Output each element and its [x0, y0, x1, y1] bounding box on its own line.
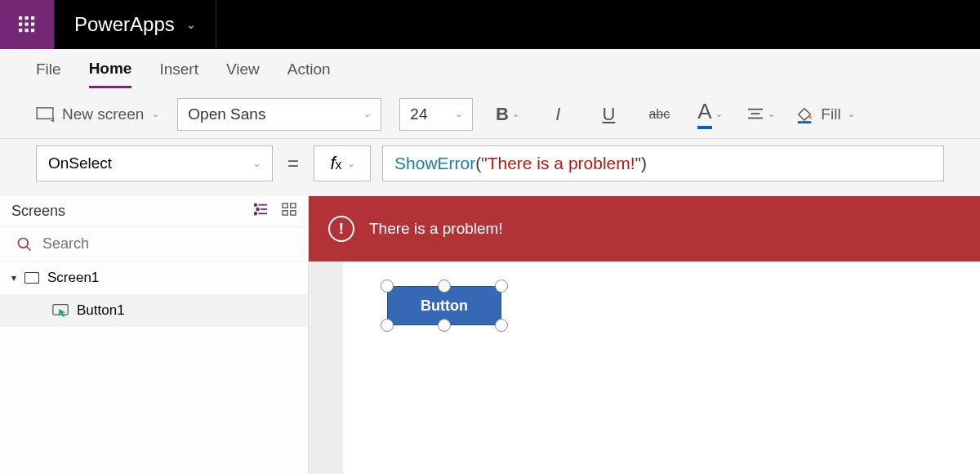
font-size-value: 24: [410, 105, 427, 123]
ribbon: + New screen ⌄ Open Sans ⌄ 24 ⌄ B⌄ I U a…: [0, 90, 980, 139]
formula-open-paren: (: [475, 154, 481, 173]
menu-view[interactable]: View: [226, 52, 260, 87]
svg-rect-4: [25, 23, 29, 26]
canvas-surface[interactable]: Button: [343, 262, 980, 474]
app-title: PowerApps: [74, 13, 175, 36]
menubar: File Home Insert View Action: [0, 49, 980, 90]
svg-rect-8: [31, 29, 34, 32]
svg-rect-2: [31, 16, 34, 20]
chevron-down-icon: ⌄: [715, 109, 723, 119]
svg-point-26: [19, 238, 29, 248]
app-header: PowerApps ⌄: [0, 0, 980, 49]
chevron-down-icon: ⌄: [253, 159, 261, 169]
align-button[interactable]: ⌄: [744, 107, 777, 122]
tree-control-label: Button1: [77, 302, 125, 319]
svg-rect-15: [798, 121, 812, 123]
thumbnail-view-icon[interactable]: [282, 203, 296, 220]
chevron-down-icon: ⌄: [363, 109, 371, 119]
button-control-icon: [52, 303, 69, 318]
menu-insert[interactable]: Insert: [159, 52, 198, 87]
screens-search[interactable]: [0, 227, 308, 262]
formula-bar: OnSelect ⌄ = fx ⌄ ShowError( "There is a…: [0, 139, 980, 196]
tree-screen-label: Screen1: [47, 270, 99, 286]
search-input[interactable]: [42, 235, 292, 253]
workspace: Screens ▾ Screen1 Button1: [0, 196, 980, 474]
italic-button[interactable]: I: [541, 104, 574, 125]
waffle-menu-icon[interactable]: [0, 0, 55, 49]
svg-rect-25: [291, 211, 296, 215]
formula-close-paren: ): [641, 154, 647, 173]
font-color-button[interactable]: A⌄: [693, 99, 726, 129]
svg-rect-1: [25, 16, 29, 20]
fill-bucket-icon: [795, 105, 814, 123]
menu-file[interactable]: File: [36, 52, 61, 87]
formula-input[interactable]: ShowError( "There is a problem!" ): [382, 145, 944, 181]
error-icon: !: [328, 216, 354, 242]
svg-rect-24: [283, 211, 287, 215]
fx-icon: fx: [330, 153, 341, 174]
svg-text:+: +: [51, 114, 54, 121]
formula-string: "There is a problem!": [481, 154, 641, 173]
chevron-down-icon: ⌄: [186, 18, 196, 31]
chevron-down-icon: ⌄: [768, 109, 775, 119]
strikethrough-button[interactable]: abc: [643, 107, 675, 122]
property-value: OnSelect: [48, 154, 112, 172]
resize-handle-tl[interactable]: [381, 279, 394, 293]
underline-button[interactable]: U: [592, 104, 625, 125]
menu-home[interactable]: Home: [89, 51, 132, 88]
svg-rect-23: [291, 203, 296, 208]
chevron-down-icon: ⌄: [455, 109, 462, 119]
align-icon: [746, 107, 764, 122]
screens-title: Screens: [11, 203, 65, 220]
svg-rect-6: [19, 29, 22, 32]
app-title-dropdown[interactable]: PowerApps ⌄: [55, 0, 216, 49]
svg-point-21: [255, 212, 257, 215]
screens-panel-header: Screens: [0, 196, 308, 227]
fill-button[interactable]: Fill ⌄: [795, 105, 854, 123]
resize-handle-bl[interactable]: [381, 319, 394, 332]
canvas-area: ! There is a problem! Button: [309, 196, 980, 474]
svg-rect-22: [283, 203, 287, 208]
tree-control-row[interactable]: Button1: [0, 294, 308, 327]
search-icon: [16, 236, 33, 253]
tree-screen-row[interactable]: ▾ Screen1: [0, 262, 308, 294]
font-family-value: Open Sans: [188, 105, 265, 123]
new-screen-icon: +: [36, 107, 54, 122]
menu-action[interactable]: Action: [287, 52, 331, 87]
equals-sign: =: [284, 152, 302, 175]
resize-handle-br[interactable]: [495, 319, 508, 332]
tree-view-icon[interactable]: [254, 203, 269, 220]
chevron-down-icon: ⌄: [848, 109, 855, 119]
svg-rect-3: [19, 23, 22, 26]
resize-handle-tr[interactable]: [495, 279, 508, 293]
canvas-button-label: Button: [421, 297, 468, 315]
resize-handle-bm[interactable]: [438, 319, 451, 332]
chevron-down-icon: ⌄: [152, 109, 159, 119]
svg-line-27: [27, 246, 31, 250]
font-size-select[interactable]: 24 ⌄: [399, 98, 473, 131]
collapse-caret-icon[interactable]: ▾: [11, 272, 16, 284]
svg-rect-5: [31, 23, 34, 26]
fx-button[interactable]: fx ⌄: [314, 145, 371, 181]
svg-rect-7: [25, 29, 29, 32]
chevron-down-icon: ⌄: [512, 109, 519, 119]
fill-label: Fill: [821, 105, 840, 123]
svg-point-19: [255, 203, 257, 206]
svg-point-14: [809, 115, 813, 118]
selected-control[interactable]: Button: [387, 286, 501, 325]
screen-icon: [24, 272, 39, 284]
new-screen-button[interactable]: + New screen ⌄: [36, 105, 159, 123]
font-family-select[interactable]: Open Sans ⌄: [177, 98, 381, 131]
svg-rect-0: [19, 16, 22, 20]
error-text: There is a problem!: [369, 220, 503, 238]
new-screen-label: New screen: [62, 105, 144, 123]
resize-handle-tm[interactable]: [438, 279, 451, 293]
formula-function: ShowError: [394, 154, 475, 173]
bold-button[interactable]: B⌄: [491, 104, 523, 125]
screens-tree: ▾ Screen1 Button1: [0, 262, 308, 327]
error-banner: ! There is a problem!: [309, 196, 980, 262]
svg-point-20: [256, 208, 259, 211]
screens-panel: Screens ▾ Screen1 Button1: [0, 196, 309, 474]
property-select[interactable]: OnSelect ⌄: [36, 145, 273, 181]
chevron-down-icon: ⌄: [347, 159, 354, 169]
